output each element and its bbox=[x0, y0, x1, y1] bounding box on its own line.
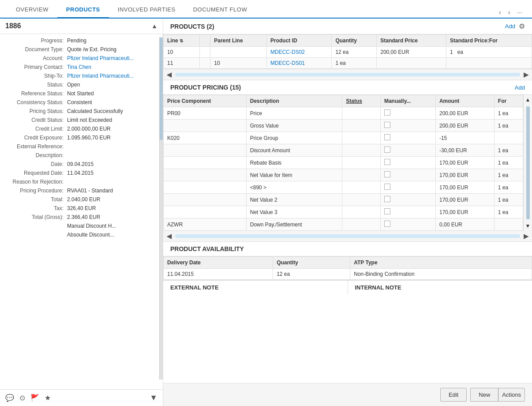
products-section-actions: Add ⚙ bbox=[505, 22, 525, 30]
col-for[interactable]: For bbox=[494, 95, 523, 107]
products-section: PRODUCTS (2) Add ⚙ Line ⇅ bbox=[163, 19, 532, 80]
pricing-table-wrapper: Price Component Description Status Manua… bbox=[163, 95, 523, 231]
next-tab-arrow[interactable]: › bbox=[506, 7, 513, 18]
product-availability-section: PRODUCT AVAILABILITY Delivery Date Quant… bbox=[163, 242, 532, 280]
field-value-date: 09.04.2015 bbox=[67, 161, 157, 167]
col-line[interactable]: Line ⇅ bbox=[164, 35, 200, 47]
cell-amount: -30,00 EUR bbox=[435, 144, 494, 157]
field-value-credit-exposure: 1.095.960,70 EUR bbox=[67, 135, 157, 141]
scroll-left-arrow[interactable]: ◀ bbox=[167, 71, 172, 78]
collapse-left-panel-icon[interactable]: ▲ bbox=[151, 23, 157, 30]
prev-tab-arrow[interactable]: ‹ bbox=[496, 7, 504, 18]
pricing-scroll-left-arrow[interactable]: ◀ bbox=[167, 233, 172, 240]
cell-manually[interactable] bbox=[380, 157, 435, 169]
col-amount[interactable]: Amount bbox=[435, 95, 494, 107]
col-description[interactable]: Description bbox=[246, 95, 342, 107]
field-label-pricing-status: Pricing Status: bbox=[5, 108, 67, 114]
col-standard-price-for[interactable]: Standard Price:For bbox=[446, 35, 532, 47]
pricing-add-link[interactable]: Add bbox=[515, 84, 525, 91]
col-atp-type[interactable]: ATP Type bbox=[350, 257, 532, 269]
cell-manually[interactable] bbox=[380, 107, 435, 120]
left-panel-footer: 💬 ⊙ 🚩 ★ ▼ bbox=[0, 389, 163, 406]
cell-manually[interactable] bbox=[380, 181, 435, 194]
cell-manually[interactable] bbox=[380, 169, 435, 181]
tab-involved-parties[interactable]: INVOLVED PARTIES bbox=[109, 2, 184, 19]
cell-product-id[interactable]: MDECC-DS02 bbox=[266, 47, 331, 58]
pricing-scrollbar[interactable] bbox=[175, 234, 520, 238]
more-tabs-menu[interactable]: ··· bbox=[514, 7, 525, 18]
table-row: Discount Amount -30,00 EUR 1 ea bbox=[164, 144, 523, 157]
products-add-link[interactable]: Add bbox=[505, 23, 515, 30]
cell-amount: 170,00 EUR bbox=[435, 169, 494, 181]
col-product-id[interactable]: Product ID bbox=[266, 35, 331, 47]
availability-table: Delivery Date Quantity ATP Type 11.04.20… bbox=[163, 256, 532, 280]
cell-for: 1 ea bbox=[494, 144, 523, 157]
field-value-primary-contact[interactable]: Tina Chen bbox=[67, 64, 157, 70]
col-standard-price[interactable]: Standard Price bbox=[377, 35, 446, 47]
cell-component bbox=[164, 169, 247, 181]
field-value-account[interactable]: Pfizer Ireland Pharmaceuti... bbox=[67, 55, 157, 61]
edit-button[interactable]: Edit bbox=[440, 388, 467, 402]
col-sort[interactable] bbox=[200, 35, 210, 47]
comment-icon[interactable]: 💬 bbox=[5, 394, 14, 402]
cell-description: Net Value 2 bbox=[246, 194, 342, 206]
col-parent-line[interactable]: Parent Line bbox=[210, 35, 267, 47]
products-scrollbar[interactable] bbox=[175, 73, 520, 76]
scroll-down-icon[interactable]: ▼ bbox=[524, 221, 532, 231]
field-label-external-reference: External Reference: bbox=[5, 143, 67, 150]
products-table: Line ⇅ Parent Line Product ID Quantity S… bbox=[163, 34, 532, 69]
cell-component bbox=[164, 206, 247, 218]
cell-for: 1 ea bbox=[494, 169, 523, 181]
field-label-ship-to: Ship-To: bbox=[5, 73, 67, 79]
table-row: Net Value 2 170,00 EUR 1 ea bbox=[164, 194, 523, 206]
field-value-ship-to[interactable]: Pfizer Ireland Pharmaceuti... bbox=[67, 73, 157, 79]
field-label-date: Date: bbox=[5, 161, 67, 167]
cell-manually[interactable] bbox=[380, 132, 435, 144]
cell-manually[interactable] bbox=[380, 144, 435, 157]
star-icon[interactable]: ★ bbox=[45, 394, 51, 402]
cell-standard-price bbox=[377, 58, 446, 69]
cell-product-id[interactable]: MDECC-DS01 bbox=[266, 58, 331, 69]
cell-sp-for: 1 ea bbox=[446, 47, 532, 58]
cell-manually[interactable] bbox=[380, 218, 435, 231]
tab-navigation-arrows: ‹ › ··· bbox=[496, 7, 525, 18]
cell-manually[interactable] bbox=[380, 120, 435, 132]
field-consistency-status: Consistency Status: Consistent bbox=[5, 99, 157, 105]
tab-document-flow[interactable]: DOCUMENT FLOW bbox=[184, 2, 256, 19]
field-value-pricing-status: Calculated Successfully bbox=[67, 108, 157, 114]
products-table-wrapper: Line ⇅ Parent Line Product ID Quantity S… bbox=[163, 34, 532, 69]
cell-line: 10 bbox=[164, 47, 200, 58]
col-quantity[interactable]: Quantity bbox=[273, 257, 350, 269]
cell-manually[interactable] bbox=[380, 206, 435, 218]
cell-standard-price: 200,00 EUR bbox=[377, 47, 446, 58]
actions-button[interactable]: Actions bbox=[498, 388, 525, 402]
feed-icon[interactable]: ⊙ bbox=[19, 394, 25, 402]
cell-status bbox=[342, 120, 381, 132]
availability-table-wrapper: Delivery Date Quantity ATP Type 11.04.20… bbox=[163, 256, 532, 280]
tab-products[interactable]: PRODUCTS bbox=[57, 2, 109, 19]
external-note-title: EXTERNAL NOTE bbox=[170, 284, 219, 291]
products-settings-icon[interactable]: ⚙ bbox=[519, 22, 525, 30]
scroll-up-icon[interactable]: ▲ bbox=[524, 95, 532, 105]
new-button[interactable]: New bbox=[470, 388, 498, 402]
col-delivery-date[interactable]: Delivery Date bbox=[164, 257, 273, 269]
col-status[interactable]: Status bbox=[342, 95, 381, 107]
tab-overview[interactable]: OVERVIEW bbox=[7, 2, 57, 19]
field-value-requested-date: 11.04.2015 bbox=[67, 170, 157, 176]
field-label-requested-date: Requested Date: bbox=[5, 170, 67, 176]
pricing-scroll-right-arrow[interactable]: ▶ bbox=[524, 233, 528, 240]
col-manually[interactable]: Manually... bbox=[380, 95, 435, 107]
cell-status bbox=[342, 218, 381, 231]
cell-description: Net Value for Item bbox=[246, 169, 342, 181]
scroll-right-arrow[interactable]: ▶ bbox=[524, 71, 528, 78]
field-credit-status: Credit Status: Limit not Exceeded bbox=[5, 117, 157, 123]
cell-delivery-date: 11.04.2015 bbox=[164, 269, 273, 280]
col-quantity[interactable]: Quantity bbox=[332, 35, 377, 47]
field-pricing-procedure: Pricing Procedure: RVAA01 - Standard bbox=[5, 188, 157, 194]
table-row: 11 10 MDECC-DS01 1 ea bbox=[164, 58, 532, 69]
flag-icon[interactable]: 🚩 bbox=[30, 394, 39, 402]
col-price-component[interactable]: Price Component bbox=[164, 95, 247, 107]
right-panel-body: PRODUCTS (2) Add ⚙ Line ⇅ bbox=[163, 19, 532, 383]
cell-manually[interactable] bbox=[380, 194, 435, 206]
collapse-arrow[interactable]: ▼ bbox=[150, 393, 157, 402]
